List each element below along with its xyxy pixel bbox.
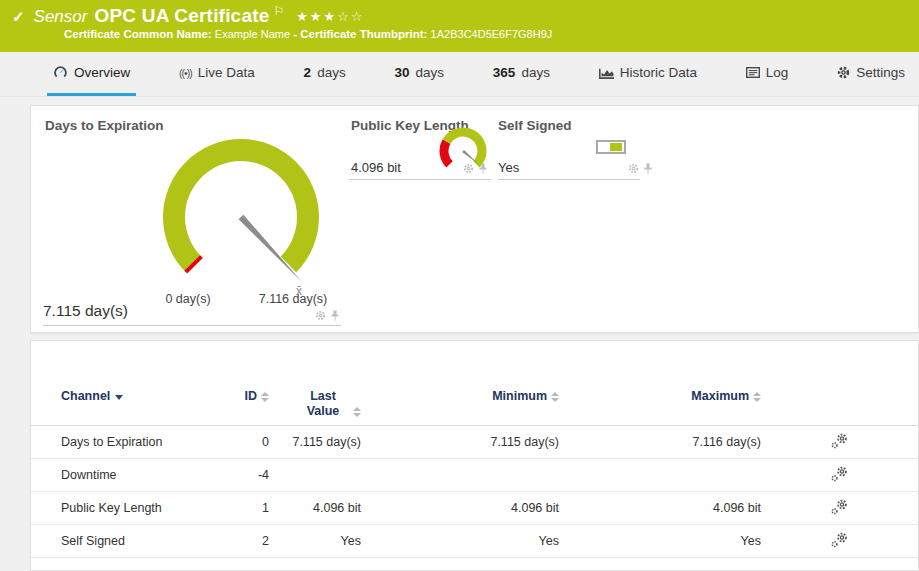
cell-last-value: 7.115 day(s) — [269, 435, 361, 449]
tab-365-days-number: 365 — [493, 65, 516, 80]
cell-maximum: Yes — [559, 534, 761, 548]
cell-minimum: Yes — [361, 534, 559, 548]
channel-value-public-key-length: 4.096 bit — [351, 160, 401, 175]
pause-flag-icon[interactable]: ⚐ — [273, 4, 284, 18]
tab-log-label: Log — [766, 65, 789, 80]
cell-channel: Downtime — [61, 468, 231, 482]
tab-30-days-suffix: days — [416, 65, 445, 80]
tab-overview[interactable]: Overview — [47, 52, 136, 96]
channels-table-panel: Channel ID Last Value Minimum Maximum Da… — [30, 340, 919, 571]
gauge-icon — [53, 66, 68, 80]
cell-maximum: 7.116 day(s) — [559, 435, 761, 449]
tab-overview-label: Overview — [74, 65, 130, 80]
tab-30-days-number: 30 — [394, 65, 409, 80]
cell-last-value: Yes — [269, 534, 361, 548]
page-title: OPC UA Certificate — [94, 5, 269, 27]
gear-icon — [837, 66, 850, 79]
channel-settings-gears-icon[interactable] — [831, 433, 848, 449]
cell-minimum: 7.115 day(s) — [361, 435, 559, 449]
column-header-id[interactable]: ID — [231, 389, 269, 403]
sort-icon — [753, 392, 761, 402]
sensor-tabbar: Overview ((•)) Live Data 2 days 30 days … — [0, 52, 919, 97]
channel-settings-gears-icon[interactable] — [831, 532, 848, 548]
dropdown-caret-icon — [115, 395, 123, 400]
cell-id: 0 — [231, 435, 269, 449]
channel-gear-icon[interactable] — [628, 163, 639, 174]
tab-2-days-number: 2 — [304, 65, 312, 80]
table-row: Self Signed 2 Yes Yes Yes — [31, 525, 918, 558]
cell-channel: Public Key Length — [61, 501, 231, 515]
table-row: Downtime -4 — [31, 459, 918, 492]
pin-icon[interactable] — [330, 310, 340, 321]
tab-historic-data[interactable]: Historic Data — [593, 52, 703, 96]
gauges-panel: Days to Expiration x̄ 0 day(s) 7.116 day… — [30, 105, 919, 333]
channel-settings-gears-icon[interactable] — [831, 466, 848, 482]
sort-icon — [261, 392, 269, 402]
priority-stars[interactable]: ★★★☆☆ — [296, 9, 364, 24]
channel-value-self-signed: Yes — [498, 160, 519, 175]
tab-30-days[interactable]: 30 days — [388, 52, 450, 96]
channel-settings-gears-icon[interactable] — [831, 499, 848, 515]
sensor-message: Certificate Common Name: Example Name - … — [64, 28, 919, 40]
broadcast-icon: ((•)) — [179, 67, 192, 79]
table-row: Days to Expiration 0 7.115 day(s) 7.115 … — [31, 426, 918, 459]
tab-365-days-suffix: days — [521, 65, 550, 80]
channel-gear-icon[interactable] — [463, 163, 474, 174]
channel-gear-icon[interactable] — [315, 310, 326, 321]
cell-channel: Days to Expiration — [61, 435, 231, 449]
channels-table-body: Days to Expiration 0 7.115 day(s) 7.115 … — [31, 426, 918, 558]
table-row: Public Key Length 1 4.096 bit 4.096 bit … — [31, 492, 918, 525]
cell-id: -4 — [231, 468, 269, 482]
divider — [349, 179, 491, 180]
cell-id: 1 — [231, 501, 269, 515]
column-header-last-value[interactable]: Last Value — [269, 389, 361, 419]
sort-icon — [551, 392, 559, 402]
tab-365-days[interactable]: 365 days — [487, 52, 556, 96]
gauge-title-days-to-expiration: Days to Expiration — [45, 118, 164, 133]
tab-settings-label: Settings — [856, 65, 905, 80]
channel-value-days-to-expiration: 7.115 day(s) — [43, 302, 128, 320]
tab-2-days[interactable]: 2 days — [298, 52, 352, 96]
self-signed-toggle-indicator — [596, 140, 626, 154]
gauge-title-self-signed: Self Signed — [498, 118, 572, 133]
divider — [498, 179, 640, 180]
cell-id: 2 — [231, 534, 269, 548]
sort-icon — [353, 407, 361, 417]
area-chart-icon — [599, 67, 614, 79]
log-list-icon — [746, 67, 760, 78]
prtg-sensor-page: ✓ Sensor OPC UA Certificate ⚐ ★★★☆☆ Cert… — [0, 0, 919, 571]
tab-log[interactable]: Log — [740, 52, 795, 96]
tab-live-data[interactable]: ((•)) Live Data — [173, 52, 261, 96]
cell-last-value: 4.096 bit — [269, 501, 361, 515]
column-header-maximum[interactable]: Maximum — [559, 389, 761, 403]
days-to-expiration-gauge: x̄ — [154, 135, 329, 307]
status-ok-icon: ✓ — [12, 8, 25, 26]
toggle-knob — [610, 143, 622, 151]
sensor-header: ✓ Sensor OPC UA Certificate ⚐ ★★★☆☆ Cert… — [0, 0, 919, 52]
meta-value-common-name: Example Name — [215, 28, 290, 40]
meta-value-thumbprint: 1A2B3C4D5E6F7G8H9J — [431, 28, 553, 40]
column-header-minimum[interactable]: Minimum — [361, 389, 559, 403]
tab-historic-data-label: Historic Data — [620, 65, 697, 80]
gauge-max-label: 7.116 day(s) — [253, 292, 333, 306]
meta-label-common-name: Certificate Common Name: — [64, 28, 212, 40]
tab-2-days-suffix: days — [317, 65, 346, 80]
object-type-label: Sensor — [34, 7, 88, 27]
tab-live-data-label: Live Data — [198, 65, 255, 80]
cell-minimum: 4.096 bit — [361, 501, 559, 515]
meta-label-thumbprint: - Certificate Thumbprint: — [293, 28, 427, 40]
cell-channel: Self Signed — [61, 534, 231, 548]
column-header-channel[interactable]: Channel — [61, 389, 231, 403]
channels-table-header: Channel ID Last Value Minimum Maximum — [31, 379, 918, 426]
cell-maximum: 4.096 bit — [559, 501, 761, 515]
gauge-min-label: 0 day(s) — [148, 292, 228, 306]
divider — [43, 325, 341, 326]
pin-icon[interactable] — [478, 163, 488, 174]
tab-settings[interactable]: Settings — [831, 52, 911, 96]
pin-icon[interactable] — [643, 163, 653, 174]
